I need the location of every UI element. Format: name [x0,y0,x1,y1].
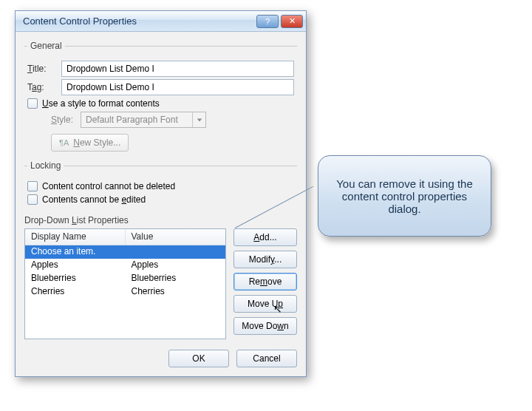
col-display-name: Display Name [25,229,126,245]
callout-text: You can remove it using the content cont… [329,177,480,215]
help-button[interactable]: ? [256,15,279,28]
cancel-button[interactable]: Cancel [236,350,297,367]
title-label: Title: [27,64,61,74]
locking-legend: Locking [27,160,64,171]
modify-button[interactable]: Modify... [233,251,297,268]
locking-group: Locking Content control cannot be delete… [24,160,297,209]
use-style-label: Use a style to format contents [42,98,160,109]
title-input[interactable] [61,61,294,77]
cannot-delete-label: Content control cannot be deleted [42,181,175,191]
add-button[interactable]: Add... [233,228,297,246]
list-header: Display Name Value [25,229,225,245]
col-value: Value [126,229,226,245]
tag-input[interactable] [61,79,294,95]
ok-button[interactable]: OK [168,350,229,367]
list-cell-value [126,245,226,259]
cannot-edit-label: Contents cannot be edited [42,194,146,205]
svg-marker-0 [197,118,201,121]
list-cell-display: Cherries [25,285,126,299]
list-item[interactable]: ApplesApples [25,259,225,272]
general-group: General Title: Tag: Use a style to forma… [24,41,297,156]
remove-button[interactable]: Remove [233,273,297,291]
move-down-button[interactable]: Move Down [233,317,297,335]
callout-bubble: You can remove it using the content cont… [318,155,491,237]
list-cell-display: Apples [25,259,126,272]
content-control-properties-dialog: Content Control Properties ? ✕ General T… [15,10,307,377]
list-cell-display: Choose an item. [25,245,126,259]
cannot-edit-checkbox[interactable] [27,194,38,205]
dropdown-listbox[interactable]: Display Name Value Choose an item.Apples… [24,228,226,339]
list-item[interactable]: Choose an item. [25,245,225,259]
list-item[interactable]: CherriesCherries [25,285,225,299]
titlebar: Content Control Properties ? ✕ [16,11,306,32]
cannot-delete-checkbox[interactable] [27,181,38,191]
list-cell-value: Blueberries [126,272,226,285]
new-style-button[interactable]: ¶A New Style... [51,134,129,152]
new-style-label: New Style... [73,137,120,148]
list-cell-display: Blueberries [25,272,126,285]
list-cell-value: Apples [126,259,226,272]
tag-label: Tag: [27,82,61,92]
close-icon: ✕ [289,16,296,26]
list-cell-value: Cherries [126,285,226,299]
style-combo-value: Default Paragraph Font [81,115,192,125]
chevron-down-icon [192,112,205,127]
general-legend: General [27,41,65,51]
close-button[interactable]: ✕ [281,15,303,28]
style-combo[interactable]: Default Paragraph Font [81,112,206,128]
list-item[interactable]: BlueberriesBlueberries [25,272,225,285]
dialog-title: Content Control Properties [23,16,254,27]
style-label: Style: [51,115,81,125]
use-style-checkbox[interactable] [27,98,38,109]
move-up-button[interactable]: Move Up [233,295,297,313]
new-style-icon: ¶A [59,138,69,147]
